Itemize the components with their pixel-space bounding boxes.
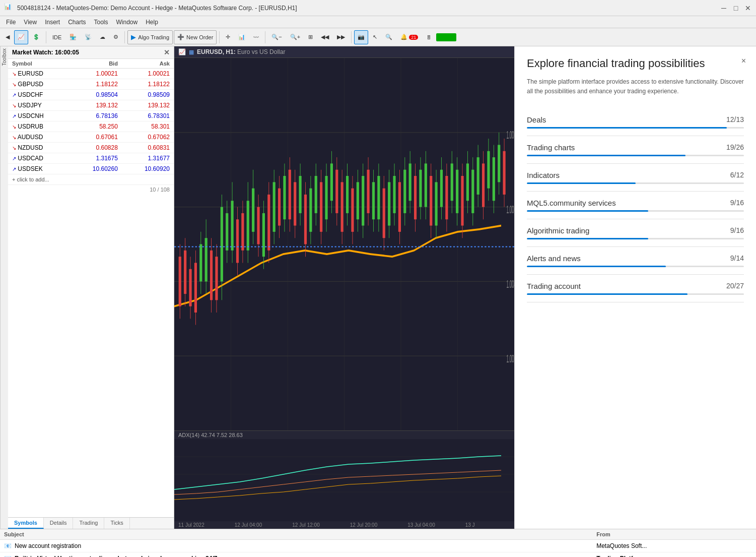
menu-item-tools[interactable]: Tools [90,18,112,27]
main-area: Toolbox Market Watch: 16:00:05 ✕ Symbol … [0,46,756,529]
separator-5 [351,31,352,43]
market-watch-panel: Market Watch: 16:00:05 ✕ Symbol Bid Ask … [8,46,174,529]
bar-chart-button[interactable]: 📊 [235,30,249,44]
symbol-ask: 1.00021 [122,69,174,79]
symbol-ask: 0.98509 [122,90,174,100]
direction-icon: ↘ [12,145,16,151]
search-icon: 🔍 [385,34,392,40]
grid-button[interactable]: ⊞ [305,30,316,44]
algo-trading-icon: ▶ [131,33,136,41]
scroll-right-icon: ▶▶ [337,34,345,40]
explore-item[interactable]: Deals 12/13 [527,108,744,136]
explore-items-list: Deals 12/13 Trading charts 19/26 Indicat… [527,108,744,302]
menu-item-help[interactable]: Help [142,18,162,27]
algo-settings-button[interactable]: ⚙ [110,30,122,44]
chart-mode-button[interactable]: 📈 [14,30,28,44]
screenshot-button[interactable]: 📷 [354,30,368,44]
market-watch-close[interactable]: ✕ [164,48,170,56]
notifications-button[interactable]: 🔔 21 [397,30,422,44]
mail-row[interactable]: 📧Built-in Virtual Hosting — trading robo… [0,552,756,558]
market-watch-row[interactable]: ↗ USDCAD 1.31675 1.31677 [8,153,174,164]
line-chart-button[interactable]: 〰 [250,30,262,44]
direction-icon: ↗ [12,166,16,172]
zoom-out-button[interactable]: 🔍− [268,30,285,44]
chart-indicator: ADX(14) 42.74 7.52 28.63 [174,430,514,521]
signals-button[interactable]: 📡 [81,30,95,44]
symbol-bid: 1.18122 [70,79,122,90]
explore-close-button[interactable]: × [741,56,746,66]
svg-text:1.0080: 1.0080 [506,129,514,141]
symbol-bid: 0.98504 [70,90,122,100]
minimize-button[interactable]: ─ [720,4,728,12]
zoom-in-button[interactable]: 🔍+ [287,30,304,44]
menu-item-charts[interactable]: Charts [64,18,90,27]
symbol-bid: 139.132 [70,100,122,111]
direction-icon: ↘ [12,135,16,140]
market-watch-row[interactable]: ↘ NZDUSD 0.60828 0.60831 [8,143,174,153]
dollar-button[interactable]: 💲 [29,30,43,44]
back-button[interactable]: ◀ [2,30,13,44]
symbol-bid: 1.31675 [70,153,122,164]
maximize-button[interactable]: □ [732,4,740,12]
chart-area: 📈 ▦ EURUSD, H1: Euro vs US Dollar [174,46,514,529]
algo-trading-button[interactable]: ▶ Algo Trading [127,30,173,44]
ide-button[interactable]: IDE [49,30,65,44]
explore-item[interactable]: Trading charts 19/26 [527,136,744,164]
time-label-6: 13 J [465,522,475,528]
explore-item[interactable]: Indicators 6/12 [527,164,744,192]
menu-item-view[interactable]: View [20,18,41,27]
crosshair-button[interactable]: ✛ [222,30,234,44]
scroll-left-button[interactable]: ◀◀ [317,30,332,44]
market-watch-row[interactable]: ↗ USDCNH 6.78136 6.78301 [8,111,174,121]
tab-symbols[interactable]: Symbols [8,518,44,529]
explore-progress-bar [527,127,744,129]
symbol-name: ↘ AUDUSD [8,132,70,143]
explore-item-score: 20/27 [726,282,744,290]
explore-item[interactable]: Alerts and news 9/14 [527,247,744,275]
explore-title: Explore financial trading possibilities [527,56,744,71]
explore-item-score: 9/16 [730,226,744,234]
toolbox-label[interactable]: Toolbox [2,48,7,66]
market-watch-row[interactable]: ↗ USDSEK 10.60260 10.60920 [8,164,174,174]
direction-icon: ↗ [12,92,16,98]
symbol-name: ↘ NZDUSD [8,143,70,153]
explore-item-name: Deals [527,115,546,124]
menu-item-file[interactable]: File [2,18,20,27]
close-button[interactable]: ✕ [744,4,752,12]
market-watch-row[interactable]: ↘ GBPUSD 1.18122 1.18122 [8,79,174,90]
level-button[interactable]: 🎚 [423,30,435,44]
search-button[interactable]: 🔍 [382,30,396,44]
separator-4 [265,31,265,43]
chart-icon: 📈 [18,34,25,40]
tab-ticks[interactable]: Ticks [104,518,129,529]
col-subject: Subject [0,529,592,540]
mail-row[interactable]: 📧New account registration MetaQuotes Sof… [0,540,756,552]
market-watch-row[interactable]: ↘ USDJPY 139.132 139.132 [8,100,174,111]
crosshair-icon: ✛ [226,34,230,40]
chart-symbol: EURUSD, H1: Euro vs US Dollar [197,48,285,55]
market-button[interactable]: 🏪 [66,30,80,44]
zoom-in-icon: 🔍+ [290,34,300,40]
scroll-right-button[interactable]: ▶▶ [333,30,349,44]
toolbox-sidebar: Toolbox [0,46,8,529]
explore-item[interactable]: Algorithmic trading 9/16 [527,219,744,247]
market-watch-row[interactable]: ↘ AUDUSD 0.67061 0.67062 [8,132,174,143]
new-order-button[interactable]: ➕ New Order [174,30,217,44]
explore-item[interactable]: Trading account 20/27 [527,275,744,302]
explore-item-name: Trading account [527,282,581,290]
symbol-bid: 10.60260 [70,164,122,174]
menu-item-insert[interactable]: Insert [41,18,64,27]
add-symbol-row[interactable]: + click to add... [8,174,174,184]
market-watch-row[interactable]: ↗ USDCHF 0.98504 0.98509 [8,90,174,100]
symbol-name: ↗ USDSEK [8,164,70,174]
market-watch-row[interactable]: ↘ USDRUB 58.250 58.301 [8,121,174,132]
market-watch-row[interactable]: ↘ EURUSD 1.00021 1.00021 [8,69,174,79]
chart-header: 📈 ▦ EURUSD, H1: Euro vs US Dollar [174,46,514,58]
menu-item-window[interactable]: Window [112,18,142,27]
tab-trading[interactable]: Trading [73,518,104,529]
tab-details[interactable]: Details [44,518,74,529]
explore-item[interactable]: MQL5.community services 9/16 [527,192,744,219]
direction-icon: ↗ [12,156,16,161]
arrow-tool-button[interactable]: ↖ [369,30,381,44]
cloud-button[interactable]: ☁ [96,30,109,44]
